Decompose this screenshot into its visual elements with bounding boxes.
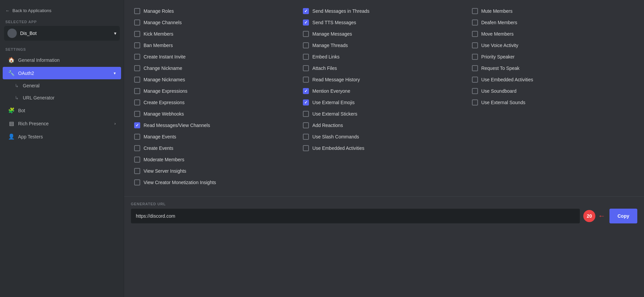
chevron-right-icon: › — [114, 121, 116, 126]
checkbox-use-soundboard[interactable] — [472, 88, 478, 94]
checkbox-view-server-insights[interactable] — [134, 168, 140, 174]
perm-use-soundboard: Use Soundboard — [469, 85, 637, 97]
sidebar-item-label: URL Generator — [23, 95, 54, 100]
app-selector-left: Dis_Bot — [7, 29, 37, 38]
perm-kick-members: Kick Members — [131, 28, 300, 40]
checkbox-use-slash-commands[interactable] — [303, 134, 309, 140]
generated-url-input[interactable] — [131, 209, 580, 223]
checkbox-deafen-members[interactable] — [472, 19, 478, 26]
perm-moderate-members: Moderate Members — [131, 154, 300, 165]
checkbox-priority-speaker[interactable] — [472, 54, 478, 60]
checkbox-attach-files[interactable] — [303, 65, 309, 71]
chevron-down-icon: ▾ — [114, 71, 116, 76]
perm-mention-everyone: Mention Everyone — [300, 85, 468, 97]
checkbox-manage-channels[interactable] — [134, 19, 140, 26]
perm-use-voice-activity: Use Voice Activity — [469, 40, 637, 51]
selected-app-label: SELECTED APP — [0, 20, 124, 26]
checkbox-kick-members[interactable] — [134, 31, 140, 37]
perm-deafen-members: Deafen Members — [469, 17, 637, 28]
perm-add-reactions: Add Reactions — [300, 120, 468, 131]
perm-label: Request To Speak — [481, 66, 520, 71]
checkbox-read-message-history[interactable] — [303, 77, 309, 83]
perm-embed-links: Embed Links — [300, 51, 468, 62]
settings-label: SETTINGS — [0, 47, 124, 53]
sub-arrow-icon: ↳ — [15, 83, 19, 88]
perm-move-members: Move Members — [469, 28, 637, 40]
sidebar-item-label: OAuth2 — [18, 71, 34, 76]
perm-label: Send TTS Messages — [312, 20, 356, 25]
checkbox-send-messages-threads[interactable] — [303, 8, 309, 14]
checkbox-manage-webhooks[interactable] — [134, 111, 140, 117]
app-selector[interactable]: Dis_Bot ▾ — [4, 26, 120, 41]
checkbox-use-voice-activity[interactable] — [472, 42, 478, 48]
puzzle-icon: 🧩 — [8, 107, 15, 114]
checkbox-use-external-sounds[interactable] — [472, 99, 478, 105]
perm-create-instant-invite: Create Instant Invite — [131, 51, 300, 62]
checkbox-embed-links[interactable] — [303, 54, 309, 60]
perm-label: Manage Messages — [312, 31, 352, 37]
perm-label: Mention Everyone — [312, 88, 350, 94]
checkbox-change-nickname[interactable] — [134, 65, 140, 71]
perm-label: Moderate Members — [144, 157, 184, 162]
sidebar-item-app-testers[interactable]: 👤 App Testers — [3, 130, 121, 143]
checkbox-view-creator-monetization[interactable] — [134, 179, 140, 185]
checkbox-create-expressions[interactable] — [134, 99, 140, 105]
perm-use-slash-commands: Use Slash Commands — [300, 131, 468, 142]
checkbox-manage-nicknames[interactable] — [134, 77, 140, 83]
checkbox-request-to-speak[interactable] — [472, 65, 478, 71]
checkbox-manage-events[interactable] — [134, 134, 140, 140]
checkbox-mute-members[interactable] — [472, 8, 478, 14]
perm-label: Use Embedded Activities — [312, 145, 364, 151]
back-label: Back to Applications — [12, 8, 51, 13]
perm-label: Manage Roles — [144, 8, 174, 14]
perm-label: Attach Files — [312, 66, 337, 71]
sidebar-item-oauth2[interactable]: 🔧 OAuth2 ▾ — [3, 67, 121, 79]
sidebar-item-bot[interactable]: 🧩 Bot — [3, 104, 121, 117]
checkbox-send-tts[interactable] — [303, 19, 309, 26]
copy-button[interactable]: Copy — [609, 209, 637, 223]
perm-label: Deafen Members — [481, 20, 517, 25]
checkbox-use-embedded-activities-col2[interactable] — [303, 145, 309, 151]
perm-manage-threads: Manage Threads — [300, 40, 468, 51]
url-section-label: GENERATED URL — [131, 202, 637, 206]
perm-view-creator-monetization: View Creator Monetization Insights — [131, 177, 300, 188]
perm-label: Manage Webhooks — [144, 111, 184, 117]
perm-request-to-speak: Request To Speak — [469, 62, 637, 74]
checkbox-moderate-members[interactable] — [134, 157, 140, 163]
sidebar-item-rich-presence[interactable]: ▤ Rich Presence › — [3, 117, 121, 130]
perm-label: Ban Members — [144, 43, 173, 48]
perm-manage-roles: Manage Roles — [131, 5, 300, 17]
checkbox-read-messages[interactable] — [134, 122, 140, 128]
permissions-col1: Manage Roles Manage Channels Kick Member… — [131, 5, 300, 188]
checkbox-use-external-stickers[interactable] — [303, 111, 309, 117]
perm-label: Embed Links — [312, 54, 339, 59]
sidebar-item-general-information[interactable]: 🏠 General Information — [3, 54, 121, 66]
perm-label: Manage Events — [144, 134, 176, 139]
checkbox-manage-threads[interactable] — [303, 42, 309, 48]
avatar — [7, 29, 17, 38]
checkbox-manage-roles[interactable] — [134, 8, 140, 14]
checkbox-use-embedded-activities[interactable] — [472, 77, 478, 83]
back-to-applications-link[interactable]: ← Back to Applications — [0, 5, 124, 16]
perm-label: Manage Threads — [312, 43, 348, 48]
checkbox-ban-members[interactable] — [134, 42, 140, 48]
perm-label: Create Instant Invite — [144, 54, 185, 59]
perm-manage-channels: Manage Channels — [131, 17, 300, 28]
perm-attach-files: Attach Files — [300, 62, 468, 74]
perm-label: Use Embedded Activities — [481, 77, 533, 82]
checkbox-manage-messages[interactable] — [303, 31, 309, 37]
checkbox-use-external-emojis[interactable] — [303, 99, 309, 105]
checkbox-create-instant-invite[interactable] — [134, 54, 140, 60]
sidebar: ← Back to Applications SELECTED APP Dis_… — [0, 0, 124, 297]
sidebar-item-url-generator[interactable]: ↳ URL Generator — [3, 92, 121, 103]
checkbox-create-events[interactable] — [134, 145, 140, 151]
sidebar-item-general-sub[interactable]: ↳ General — [3, 80, 121, 91]
perm-manage-events: Manage Events — [131, 131, 300, 142]
checkbox-manage-expressions[interactable] — [134, 88, 140, 94]
checkbox-move-members[interactable] — [472, 31, 478, 37]
checkbox-mention-everyone[interactable] — [303, 88, 309, 94]
perm-label: Create Expressions — [144, 100, 184, 105]
checkbox-add-reactions[interactable] — [303, 122, 309, 128]
chevron-down-icon: ▾ — [114, 31, 116, 36]
perm-send-messages-threads: Send Messages in Threads — [300, 5, 468, 17]
